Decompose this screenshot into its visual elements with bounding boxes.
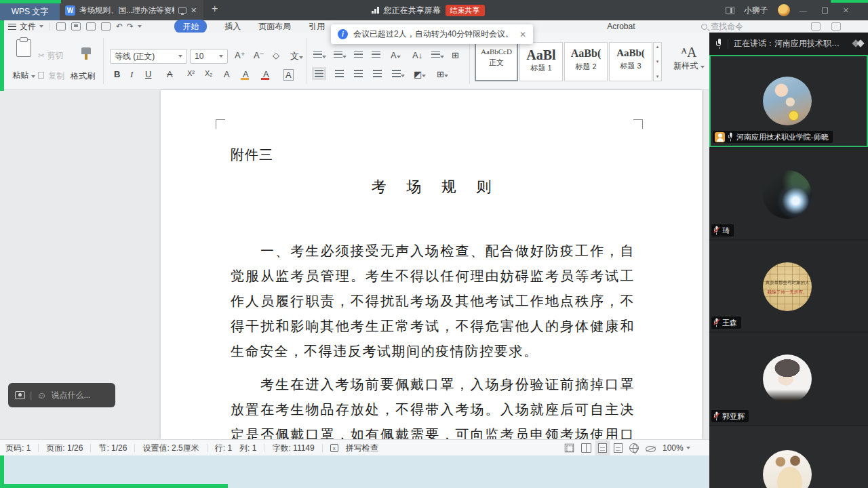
align-left-button[interactable] [315, 69, 323, 79]
outline-view-icon[interactable] [614, 443, 623, 453]
align-right-button[interactable] [354, 69, 363, 79]
decrease-indent-button[interactable] [354, 50, 363, 60]
speaking-label: 正在讲话：河南应用技术职业... [734, 38, 842, 49]
chat-avatar-icon [15, 391, 25, 399]
participant-tile[interactable] [709, 426, 868, 488]
web-layout-view-icon[interactable] [629, 443, 639, 453]
undo-icon[interactable]: ↶ [116, 22, 123, 31]
status-page[interactable]: 页面: 1/26 [46, 443, 83, 454]
character-scale-button[interactable]: A [391, 50, 401, 60]
status-column: 列: 1 [239, 443, 256, 454]
maximize-button[interactable] [822, 7, 828, 14]
minimize-button[interactable]: — [800, 6, 807, 14]
command-search[interactable]: 查找命令 [701, 21, 743, 33]
participant-tile[interactable]: 郭亚辉 [709, 333, 868, 425]
copy-button[interactable]: 复制 [38, 70, 64, 82]
bold-button[interactable]: B [114, 69, 120, 79]
clear-format-icon[interactable]: ◇ [273, 50, 279, 60]
italic-button[interactable]: I [130, 69, 133, 80]
character-border-button[interactable]: A [283, 69, 294, 81]
sort-button[interactable]: A↓ [412, 50, 422, 60]
help-icon[interactable] [811, 22, 821, 30]
highlight-color-button[interactable]: A [243, 69, 249, 79]
participant-tile[interactable]: 河南应用技术职业学院-师晓 [709, 55, 868, 147]
strikethrough-button[interactable]: A [167, 69, 173, 79]
close-tab-icon[interactable]: ✕ [191, 6, 197, 15]
new-style-button[interactable]: ᴬA 新样式 [671, 45, 707, 72]
style-heading3[interactable]: AaBb( 标题 3 [609, 42, 652, 81]
line-spacing-button[interactable] [392, 69, 405, 79]
font-color-button[interactable]: A [263, 69, 269, 79]
insert-table-icon[interactable]: ⊞ [452, 50, 459, 60]
underline-button[interactable]: U [145, 69, 151, 79]
font-name-select[interactable]: 等线 (正文) [110, 49, 187, 64]
margin-crop-mark [633, 119, 643, 129]
ribbon-tab-acrobat[interactable]: Acrobat [607, 22, 635, 31]
attachment-label: 附件三 [231, 146, 273, 164]
participant-tile[interactable]: 琦 [709, 148, 868, 239]
format-painter-icon[interactable] [81, 47, 91, 54]
ribbon-tab-insert[interactable]: 插入 [224, 21, 241, 33]
meeting-panel: 正在讲话：河南应用技术职业... 河南应用技术职业学院-师晓 琦 真羡慕那些 [709, 33, 868, 488]
emoji-icon[interactable]: ☺ [37, 390, 46, 400]
divider: | [30, 390, 32, 400]
ribbon-tab-page-layout[interactable]: 页面布局 [258, 21, 291, 33]
mic-muted-icon [714, 412, 719, 421]
document-tab[interactable]: W 考场规则、国...理办法等资料 ✕ [60, 0, 203, 20]
subscript-button[interactable]: X₂ [205, 69, 213, 77]
spellcheck-button[interactable]: 拼写检查 [346, 443, 378, 454]
app-home-tab[interactable]: WPS 文字 [0, 3, 60, 20]
ribbon-tab-references[interactable]: 引用 [309, 21, 325, 33]
print-preview-icon[interactable] [101, 22, 111, 30]
print-icon[interactable] [86, 22, 96, 30]
superscript-button[interactable]: X² [187, 69, 195, 77]
info-icon: i [338, 29, 348, 39]
paste-icon[interactable] [16, 39, 31, 57]
participant-avatar: 真羡慕那些有对象的人 我除了帅一无所有。 [763, 262, 812, 311]
style-heading2[interactable]: AaBb( 标题 2 [564, 42, 608, 81]
align-center-button[interactable] [335, 69, 344, 79]
font-size-select[interactable]: 10 [190, 49, 228, 64]
status-word-count[interactable]: 字数: 11149 [272, 443, 314, 454]
justify-button[interactable] [373, 69, 382, 79]
toast-close-icon[interactable]: ✕ [519, 30, 526, 39]
fullscreen-view-icon[interactable] [565, 444, 574, 453]
borders-button[interactable]: ⊞ [437, 69, 448, 79]
new-tab-button[interactable]: + [212, 3, 218, 15]
ribbon-tab-home[interactable]: 开始 [174, 20, 207, 33]
close-window-button[interactable]: ✕ [843, 6, 849, 15]
share-border [0, 484, 228, 488]
save-icon[interactable] [71, 22, 81, 30]
redo-icon[interactable]: ↷ [127, 22, 134, 31]
zoom-control[interactable]: 100% [663, 443, 690, 453]
number-list-button[interactable] [334, 50, 347, 60]
participant-tile[interactable]: 真羡慕那些有对象的人 我除了帅一无所有。 王森 [709, 241, 868, 331]
print-layout-view-icon[interactable] [598, 443, 607, 453]
file-menu[interactable]: 文件 [0, 21, 43, 33]
meeting-chat-bubble[interactable]: | ☺ 说点什么... [8, 383, 115, 407]
side-panel-icon[interactable] [726, 7, 734, 14]
document-page[interactable]: 附件三 考 场 规 则 一、考生必须接受无声入场检查、配合做好防疫工作，自觉服从… [161, 90, 702, 439]
quickbar-more-icon[interactable] [138, 25, 142, 28]
shrink-font-button[interactable]: A⁻ [254, 50, 264, 60]
two-page-view-icon[interactable] [581, 443, 591, 453]
pinyin-guide-button[interactable]: 文 [290, 50, 303, 62]
open-file-icon[interactable] [56, 22, 66, 30]
increase-indent-button[interactable] [372, 50, 380, 60]
status-page-number: 页码: 1 [5, 443, 31, 454]
chat-input-placeholder[interactable]: 说点什么... [51, 390, 90, 401]
grow-font-button[interactable]: A⁺ [235, 50, 245, 60]
shading-button[interactable]: ◩ [414, 69, 426, 79]
format-painter-button[interactable]: 格式刷 [71, 70, 95, 82]
text-effects-button[interactable]: A [224, 69, 230, 79]
style-normal[interactable]: AaBbCcD 正文 [475, 42, 518, 81]
style-gallery-scroll[interactable]: ▴▾▾ [653, 42, 662, 81]
settings-gear-icon[interactable] [831, 22, 841, 30]
cut-button[interactable]: ✂ 剪切 [38, 50, 63, 62]
style-heading1[interactable]: AaBl 标题 1 [519, 42, 563, 81]
show-marks-button[interactable] [431, 50, 444, 60]
user-avatar[interactable] [778, 4, 790, 16]
end-share-button[interactable]: 结束共享 [446, 5, 485, 16]
bullet-list-button[interactable] [313, 50, 326, 60]
eye-protection-icon[interactable] [646, 446, 656, 452]
